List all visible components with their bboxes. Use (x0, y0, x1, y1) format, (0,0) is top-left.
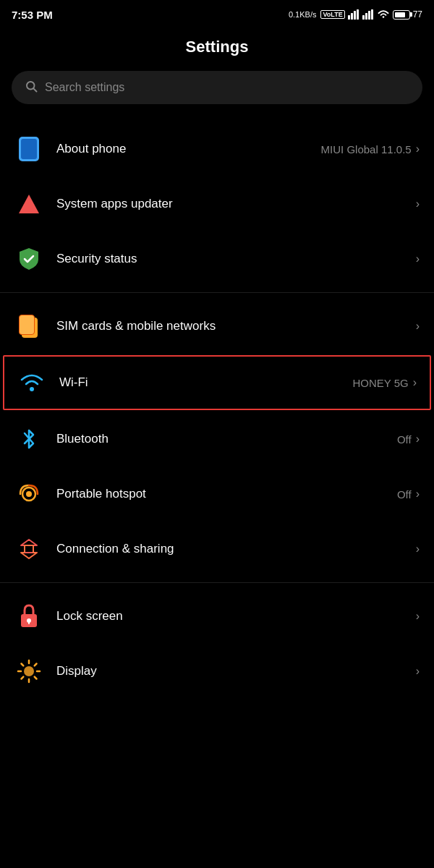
system-apps-chevron: › (416, 197, 420, 210)
divider-1 (0, 292, 434, 293)
settings-group-connectivity: SIM cards & mobile networks › Wi-Fi HONE… (0, 299, 434, 576)
settings-item-bluetooth[interactable]: Bluetooth Off › (0, 412, 434, 467)
system-apps-icon (14, 190, 43, 218)
settings-group-personalization: Lock screen › Display › (0, 589, 434, 699)
svg-line-27 (35, 664, 37, 666)
security-status-label: Security status (56, 252, 137, 266)
settings-item-display[interactable]: Display › (0, 644, 434, 699)
wifi-label: Wi-Fi (59, 375, 88, 390)
svg-rect-11 (27, 203, 31, 210)
sim-cards-chevron: › (416, 320, 420, 333)
settings-item-portable-hotspot[interactable]: Portable hotspot Off › (0, 467, 434, 522)
connection-sharing-icon (14, 535, 43, 563)
settings-item-security-status[interactable]: Security status › (0, 231, 434, 286)
settings-item-sim-cards[interactable]: SIM cards & mobile networks › (0, 299, 434, 354)
svg-rect-4 (362, 15, 365, 20)
signal-icon-1 (348, 9, 359, 20)
settings-group-system: About phone MIUI Global 11.0.5 › System … (0, 122, 434, 286)
system-apps-label: System apps updater (56, 197, 173, 211)
wifi-chevron: › (413, 376, 417, 389)
status-time: 7:53 PM (12, 9, 53, 21)
lock-screen-icon (14, 602, 43, 631)
svg-line-25 (22, 664, 24, 666)
bluetooth-label: Bluetooth (56, 432, 109, 446)
bluetooth-icon (14, 425, 43, 454)
svg-line-28 (22, 677, 24, 679)
wifi-icon (17, 368, 46, 397)
wifi-value: HONEY 5G (352, 377, 408, 389)
portable-hotspot-value: Off (397, 488, 412, 501)
status-icons: 0.1KB/s VoLTE 77 (289, 9, 422, 20)
divider-2 (0, 582, 434, 583)
about-phone-label: About phone (56, 142, 126, 156)
about-phone-chevron: › (416, 142, 420, 156)
about-phone-icon (14, 135, 43, 163)
connection-sharing-label: Connection & sharing (56, 542, 174, 556)
security-status-chevron: › (416, 252, 420, 265)
lock-screen-label: Lock screen (56, 609, 123, 624)
battery-percent: 77 (413, 9, 422, 20)
svg-point-20 (24, 666, 34, 676)
sim-cards-label: SIM cards & mobile networks (56, 319, 216, 333)
display-chevron: › (416, 665, 420, 678)
volte-icon: VoLTE (320, 10, 344, 19)
lock-screen-chevron: › (416, 610, 420, 623)
settings-item-lock-screen[interactable]: Lock screen › (0, 589, 434, 644)
display-icon (14, 657, 43, 686)
bluetooth-value: Off (397, 433, 412, 446)
svg-rect-1 (351, 13, 353, 20)
svg-rect-19 (28, 621, 30, 624)
sim-cards-icon (14, 312, 43, 341)
svg-rect-5 (365, 13, 367, 20)
svg-line-26 (35, 677, 37, 679)
portable-hotspot-chevron: › (416, 488, 420, 501)
svg-rect-3 (357, 9, 359, 20)
search-placeholder: Search settings (45, 81, 124, 94)
portable-hotspot-label: Portable hotspot (56, 487, 146, 501)
svg-rect-7 (371, 9, 373, 20)
hotspot-icon (14, 480, 43, 509)
security-status-icon (14, 244, 43, 273)
status-bar: 7:53 PM 0.1KB/s VoLTE (0, 0, 434, 26)
wifi-status-icon (377, 9, 390, 20)
svg-line-9 (33, 88, 36, 91)
display-label: Display (56, 664, 97, 678)
battery-icon: 77 (393, 9, 422, 20)
page-title: Settings (0, 26, 434, 71)
bluetooth-chevron: › (416, 433, 420, 446)
svg-rect-2 (354, 11, 356, 20)
signal-icon-2 (362, 9, 374, 20)
search-icon (25, 80, 38, 95)
svg-point-14 (26, 491, 32, 497)
svg-point-12 (30, 387, 34, 391)
settings-item-system-apps-updater[interactable]: System apps updater › (0, 176, 434, 231)
connection-sharing-chevron: › (416, 542, 420, 556)
settings-item-about-phone[interactable]: About phone MIUI Global 11.0.5 › (0, 122, 434, 176)
search-bar[interactable]: Search settings (12, 71, 422, 104)
svg-rect-6 (368, 11, 370, 20)
network-speed: 0.1KB/s (289, 10, 317, 19)
settings-item-connection-sharing[interactable]: Connection & sharing › (0, 522, 434, 576)
about-phone-value: MIUI Global 11.0.5 (321, 143, 412, 156)
svg-rect-0 (348, 15, 350, 20)
settings-item-wifi[interactable]: Wi-Fi HONEY 5G › (3, 355, 431, 410)
